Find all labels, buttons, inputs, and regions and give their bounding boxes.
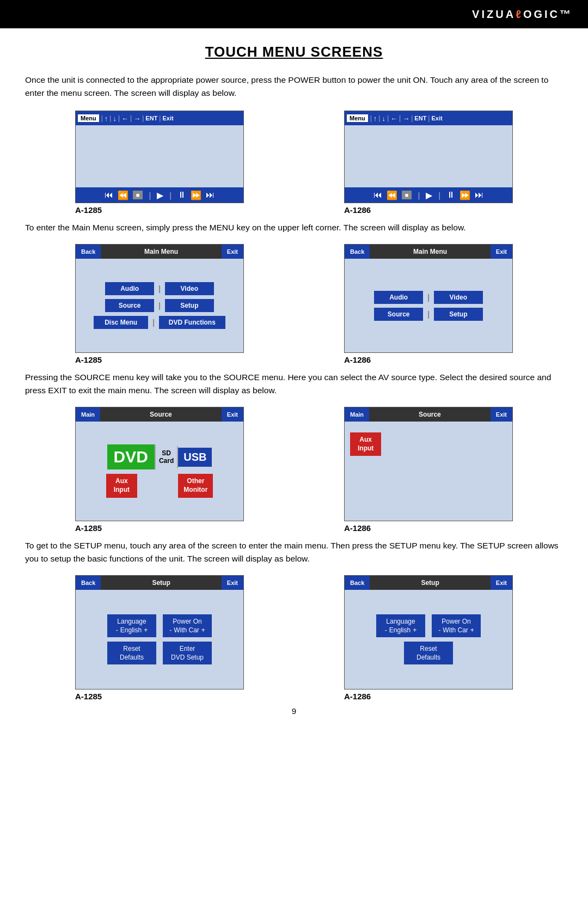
exit-button-1286[interactable]: Exit	[491, 245, 512, 259]
main-menu-topbar-1286: Back Main Menu Exit	[345, 245, 512, 259]
exit-btn-b[interactable]: Exit	[431, 115, 442, 121]
right-arrow[interactable]: →	[133, 114, 140, 123]
video-button-b[interactable]: Video	[434, 291, 483, 304]
language-value-row-b: - English +	[383, 626, 419, 635]
stop-btn-b[interactable]: ■	[402, 191, 412, 199]
setup-button[interactable]: Setup	[165, 299, 214, 312]
aux-input-btn-1286[interactable]: AuxInput	[350, 432, 381, 456]
main-menu-label-1285: Main Menu	[101, 245, 222, 259]
main-menu-topbar-1285: Back Main Menu Exit	[76, 245, 243, 259]
stop-btn[interactable]: ■	[133, 191, 143, 199]
source-screen-1285: Main Source Exit DVD SDCard USB AuxInput…	[75, 407, 244, 521]
menu-btn-label-b[interactable]: Menu	[347, 114, 368, 122]
ent-btn-b[interactable]: ENT	[414, 115, 426, 121]
exit-btn-setup-1285[interactable]: Exit	[222, 576, 243, 590]
lang-english: English	[120, 626, 142, 635]
skip-forward-icon[interactable]: ⏭	[206, 190, 215, 200]
play-btn[interactable]: ▶	[157, 190, 163, 200]
pause-btn-b[interactable]: ⏸	[446, 190, 455, 200]
back-button-1285[interactable]: Back	[76, 245, 101, 259]
disc-menu-button[interactable]: Disc Menu	[94, 316, 148, 329]
skip-back-icon-b[interactable]: ⏮	[373, 190, 382, 200]
up-arrow-b[interactable]: ↑	[373, 114, 377, 123]
power-minus[interactable]: -	[169, 626, 171, 635]
remote-bottom-1286: ⏮ ⏪ ■ | ▶ | ⏸ ⏩ ⏭	[345, 187, 512, 203]
bar-div1: |	[101, 114, 103, 122]
setup-topbar-1286: Back Setup Exit	[345, 576, 512, 590]
rewind-icon-b[interactable]: ⏪	[387, 190, 397, 200]
source-topbar-1286: Main Source Exit	[345, 407, 512, 422]
language-option-1285: Language - English +	[107, 614, 156, 637]
exit-source-1286[interactable]: Exit	[491, 407, 512, 422]
power-minus-b[interactable]: -	[438, 626, 440, 635]
lang-minus-b[interactable]: -	[385, 626, 387, 635]
back-button-1286[interactable]: Back	[345, 245, 370, 259]
remote-screen-body-1286	[345, 125, 512, 187]
setup-label-1285: Setup	[101, 576, 222, 590]
source-screen-1285-wrapper: Main Source Exit DVD SDCard USB AuxInput…	[75, 407, 244, 533]
source-screens-row: Main Source Exit DVD SDCard USB AuxInput…	[25, 407, 563, 533]
source-button-b[interactable]: Source	[374, 308, 423, 321]
power-plus[interactable]: +	[201, 626, 205, 635]
left-arrow[interactable]: ←	[121, 114, 128, 123]
usb-source-btn[interactable]: USB	[178, 448, 212, 467]
sd-source-btn[interactable]: SDCard	[156, 446, 178, 468]
lang-plus[interactable]: +	[144, 626, 148, 635]
main-menu-label-1286: Main Menu	[370, 245, 491, 259]
setup-screen-1286: Back Setup Exit Language - English +	[344, 575, 513, 690]
fast-forward-icon-b[interactable]: ⏩	[460, 190, 470, 200]
back-btn-setup-1286[interactable]: Back	[345, 576, 370, 590]
exit-btn[interactable]: Exit	[162, 115, 173, 121]
main-menu-1286-wrapper: Back Main Menu Exit Audio | Video Source…	[344, 244, 513, 364]
ent-btn[interactable]: ENT	[145, 115, 157, 121]
logo: VIZUAℓOGIC™	[472, 8, 573, 21]
play-btn-b[interactable]: ▶	[426, 190, 432, 200]
reset-defaults-btn-1285[interactable]: Reset Defaults	[107, 642, 156, 664]
source-button[interactable]: Source	[105, 299, 154, 312]
back-btn-setup-1285[interactable]: Back	[76, 576, 101, 590]
main-menu-screens-row: Back Main Menu Exit Audio | Video Source…	[25, 244, 563, 364]
aux-input-btn-1285[interactable]: AuxInput	[106, 474, 137, 497]
lang-english-b: English	[389, 626, 411, 635]
enter-dvd-setup-btn-1285[interactable]: Enter DVD Setup	[163, 642, 212, 664]
reset-defaults-btn-1286[interactable]: Reset Defaults	[404, 642, 453, 664]
lang-plus-b[interactable]: +	[413, 626, 416, 635]
audio-button[interactable]: Audio	[105, 282, 154, 295]
exit-source-1285[interactable]: Exit	[222, 407, 243, 422]
dvd-functions-button[interactable]: DVD Functions	[159, 316, 225, 329]
exit-btn-setup-1286[interactable]: Exit	[491, 576, 512, 590]
sep1b: |	[418, 191, 420, 200]
exit-button-1285[interactable]: Exit	[222, 245, 243, 259]
label-1286-s4: A-1286	[344, 692, 371, 701]
dvd-source-btn[interactable]: DVD	[107, 444, 156, 469]
skip-forward-icon-b[interactable]: ⏭	[475, 190, 483, 200]
main-button-source-1286[interactable]: Main	[345, 407, 369, 422]
menu-row-disc-dvd: Disc Menu | DVD Functions	[94, 316, 225, 329]
audio-button-b[interactable]: Audio	[374, 291, 423, 304]
pause-btn[interactable]: ⏸	[177, 190, 186, 200]
down-arrow[interactable]: ↓	[113, 114, 117, 123]
section2-text: To enter the Main Menu screen, simply pr…	[25, 221, 563, 234]
left-arrow-b[interactable]: ←	[390, 114, 397, 123]
remote-screens-row: Menu | ↑ | ↓ | ← | → | ENT | Exit ⏮	[25, 111, 563, 215]
right-arrow-b[interactable]: →	[402, 114, 409, 123]
power-plus-b[interactable]: +	[470, 626, 474, 635]
label-1285-s1: A-1285	[75, 205, 102, 215]
ss-divider-b: |	[427, 308, 430, 321]
other-monitor-btn[interactable]: OtherMonitor	[178, 474, 213, 497]
setup-button-b[interactable]: Setup	[434, 308, 483, 321]
source-screen-1286: Main Source Exit AuxInput	[344, 407, 513, 521]
main-button-source-1285[interactable]: Main	[76, 407, 100, 422]
fast-forward-icon[interactable]: ⏩	[191, 190, 201, 200]
reset-label-b: Reset	[411, 644, 446, 653]
down-arrow-b[interactable]: ↓	[382, 114, 385, 123]
menu-btn-label[interactable]: Menu	[78, 114, 99, 122]
skip-back-icon[interactable]: ⏮	[105, 190, 113, 200]
main-menu-screen-1285: Back Main Menu Exit Audio | Video Source…	[75, 244, 244, 353]
lang-minus[interactable]: -	[116, 626, 118, 635]
language-label-b: Language	[383, 617, 419, 626]
video-button[interactable]: Video	[165, 282, 214, 295]
rewind-icon[interactable]: ⏪	[118, 190, 128, 200]
up-arrow[interactable]: ↑	[105, 114, 108, 123]
power-on-option-1286: Power On - With Car +	[432, 614, 481, 637]
